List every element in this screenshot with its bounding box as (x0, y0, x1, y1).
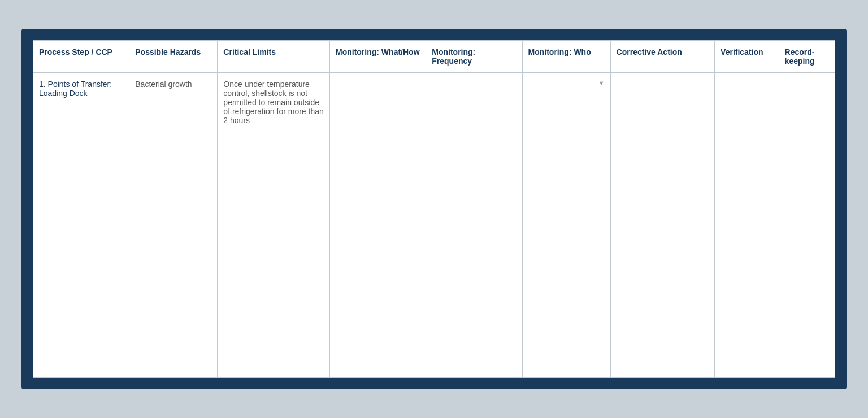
header-action: Corrective Action (610, 41, 714, 73)
inner-wrapper: Process Step / CCP Possible Hazards Crit… (32, 39, 836, 379)
header-hazards: Possible Hazards (129, 41, 218, 73)
header-who: Monitoring: Who (522, 41, 610, 73)
haccp-table: Process Step / CCP Possible Hazards Crit… (33, 40, 835, 378)
header-what: Monitoring: What/How (330, 41, 426, 73)
header-process: Process Step / CCP (33, 41, 129, 73)
dropdown-icon[interactable]: ▼ (598, 80, 605, 86)
header-record: Record-keeping (779, 41, 835, 73)
cell-process: 1. Points of Transfer: Loading Dock (33, 73, 129, 378)
cell-limits: Once under temperature control, shellsto… (218, 73, 330, 378)
header-freq: Monitoring: Frequency (426, 41, 522, 73)
cell-who[interactable]: ▼ (522, 73, 610, 378)
cell-freq (426, 73, 522, 378)
cell-action (610, 73, 714, 378)
table-row: 1. Points of Transfer: Loading Dock Bact… (33, 73, 835, 378)
cell-verify (715, 73, 779, 378)
table-wrapper: Process Step / CCP Possible Hazards Crit… (21, 29, 847, 389)
cell-hazards: Bacterial growth (129, 73, 218, 378)
header-row: Process Step / CCP Possible Hazards Crit… (33, 41, 835, 73)
header-verify: Verification (715, 41, 779, 73)
header-limits: Critical Limits (218, 41, 330, 73)
cell-what (330, 73, 426, 378)
cell-record (779, 73, 835, 378)
